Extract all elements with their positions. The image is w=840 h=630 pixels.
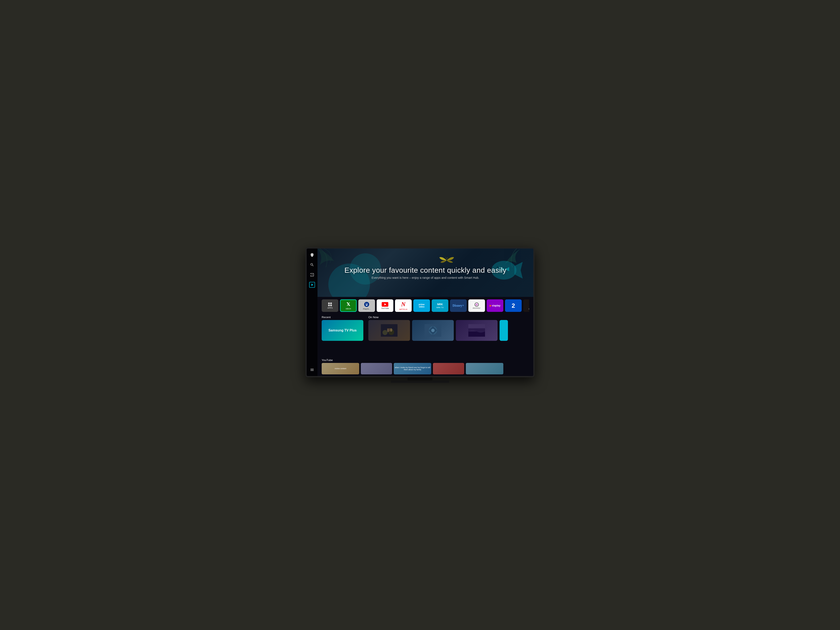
partial-card — [500, 320, 508, 341]
svg-text:d+: d+ — [476, 304, 477, 306]
stand-base — [391, 381, 449, 383]
app-tile-disney[interactable]: Disney+ — [450, 299, 467, 312]
on-now-section: On Now — [368, 316, 529, 341]
shield-icon[interactable] — [309, 252, 315, 258]
on-now-card-3[interactable] — [456, 320, 497, 341]
yt-card-2[interactable] — [361, 363, 392, 374]
recent-and-onnow: Recent Samsung TV Plus On Now — [322, 316, 529, 341]
search-icon[interactable] — [309, 262, 315, 268]
app-tile-apps[interactable]: APPS — [322, 299, 338, 312]
svg-point-17 — [387, 329, 389, 332]
app-tile-youtube[interactable]: YouTube — [377, 299, 393, 312]
hero-subtitle: Everything you want is here – enjoy a ra… — [344, 276, 507, 279]
app-tile-spotify[interactable]: Spotify — [523, 299, 529, 312]
app-tile-viaplay[interactable]: ▶viaplay — [487, 299, 503, 312]
hero-text: Explore your favourite content quickly a… — [344, 266, 507, 279]
tv-outer: Explore your favourite content quickly a… — [305, 247, 535, 377]
menu-icon[interactable] — [309, 367, 315, 373]
youtube-row: Anime content when I invite my friend ov… — [322, 363, 529, 374]
apps-row: APPS 𝕏 XBOX Pla — [322, 299, 529, 312]
stand-neck — [407, 377, 433, 381]
recent-card[interactable]: Samsung TV Plus — [322, 320, 363, 341]
yt-card-3[interactable]: when I invite my friend over but forgot … — [394, 363, 431, 374]
svg-line-4 — [445, 257, 447, 259]
recent-title: Recent — [322, 316, 363, 319]
on-now-card-1[interactable] — [368, 320, 410, 341]
on-now-card-2[interactable] — [412, 320, 454, 341]
svg-rect-24 — [468, 324, 485, 328]
recent-card-label: Samsung TV Plus — [327, 327, 358, 334]
sidebar — [307, 248, 317, 376]
svg-line-5 — [447, 257, 448, 259]
app-tile-playstation[interactable]: PlaySt... — [358, 299, 375, 312]
content-sections: Recent Samsung TV Plus On Now — [317, 314, 533, 358]
on-now-title: On Now — [368, 316, 529, 319]
youtube-title: YouTube — [322, 358, 529, 362]
svg-point-14 — [382, 330, 387, 335]
svg-point-21 — [431, 329, 434, 332]
app-tile-tv2[interactable]: 2 — [505, 299, 522, 312]
screencast-icon[interactable] — [309, 272, 315, 278]
youtube-section: YouTube Anime content when I invite my f… — [317, 358, 533, 376]
media-play-icon[interactable] — [309, 282, 315, 288]
yt-card-4[interactable] — [433, 363, 464, 374]
tv-frame: Explore your favourite content quickly a… — [305, 247, 535, 383]
tv-screen: Explore your favourite content quickly a… — [307, 248, 533, 376]
tv-stand — [305, 377, 535, 383]
yt-card-1[interactable]: Anime content — [322, 363, 359, 374]
apps-section: APPS 𝕏 XBOX Pla — [317, 297, 533, 314]
on-now-row — [368, 320, 529, 341]
hero-title: Explore your favourite content quickly a… — [344, 266, 507, 275]
app-tile-discovery[interactable]: d+ discovery+ — [468, 299, 485, 312]
recent-section: Recent Samsung TV Plus — [322, 316, 363, 341]
app-tile-nrktv[interactable]: NRK NRK TV — [432, 299, 448, 312]
hero-banner: Explore your favourite content quickly a… — [317, 248, 533, 297]
main-content: Explore your favourite content quickly a… — [317, 248, 533, 376]
svg-point-6 — [364, 302, 369, 307]
svg-point-18 — [390, 328, 392, 332]
yt-card-5[interactable] — [466, 363, 503, 374]
app-tile-primevideo[interactable]: primevideo — [413, 299, 430, 312]
app-tile-netflix[interactable]: N NETFLIX — [395, 299, 412, 312]
app-tile-xbox[interactable]: 𝕏 XBOX — [340, 299, 357, 312]
